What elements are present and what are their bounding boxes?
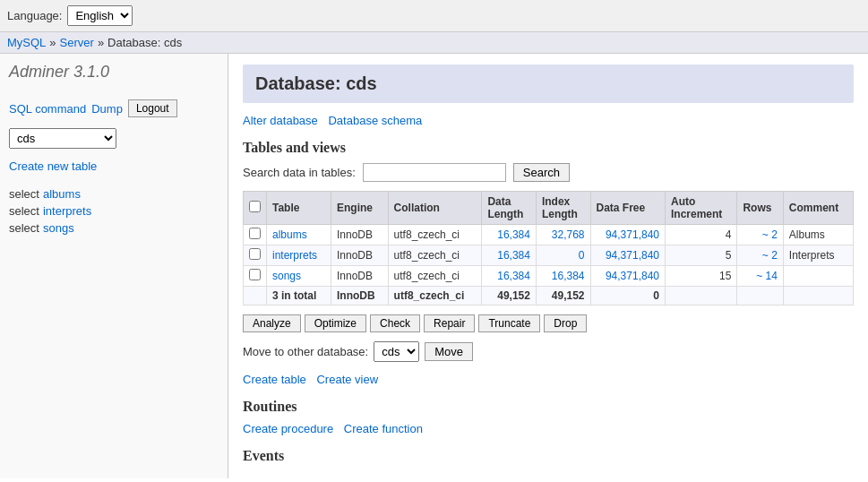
- data-free-albums-link[interactable]: 94,371,840: [606, 228, 659, 241]
- main-content: Database: cds Alter database Database sc…: [228, 54, 868, 478]
- rows-interprets: ~ 2: [737, 245, 783, 266]
- search-button[interactable]: Search: [513, 163, 570, 182]
- collation-albums: utf8_czech_ci: [388, 225, 482, 245]
- index-length-interprets-link[interactable]: 0: [579, 249, 585, 262]
- col-index-length: IndexLength: [536, 192, 590, 225]
- analyze-button[interactable]: Analyze: [243, 314, 301, 332]
- rows-albums-link[interactable]: ~ 2: [762, 228, 778, 241]
- list-item: select interprets: [9, 204, 219, 218]
- data-length-albums-link[interactable]: 16,384: [497, 228, 530, 241]
- row-checkbox-interprets: [244, 245, 267, 266]
- data-length-songs: 16,384: [482, 266, 537, 287]
- repair-button[interactable]: Repair: [424, 314, 475, 332]
- engine-interprets: InnoDB: [331, 245, 389, 266]
- breadcrumb-mysql[interactable]: MySQL: [7, 36, 46, 49]
- data-length-interprets: 16,384: [482, 245, 537, 266]
- table-list: select albums select interprets select s…: [9, 187, 219, 235]
- checkbox-songs[interactable]: [249, 269, 261, 280]
- create-new-table-link[interactable]: Create new table: [9, 159, 97, 173]
- alter-database-link[interactable]: Alter database: [243, 114, 318, 127]
- create-function-link[interactable]: Create function: [344, 422, 423, 435]
- language-label: Language:: [7, 9, 62, 22]
- data-free-interprets-link[interactable]: 94,371,840: [606, 249, 659, 262]
- data-length-songs-link[interactable]: 16,384: [497, 270, 530, 282]
- index-length-interprets: 0: [536, 245, 590, 266]
- move-bar: Move to other database: cds Move: [243, 341, 854, 362]
- language-select[interactable]: English: [67, 5, 133, 26]
- index-length-albums: 32,768: [536, 225, 590, 245]
- engine-albums: InnoDB: [331, 225, 389, 245]
- sidebar-actions: SQL command Dump Logout: [9, 99, 219, 117]
- total-data-length: 49,152: [482, 287, 537, 306]
- total-rows: [737, 287, 783, 306]
- table-row: albums InnoDB utf8_czech_ci 16,384 32,76…: [244, 225, 854, 245]
- routines-title: Routines: [243, 399, 854, 415]
- auto-inc-interprets: 5: [666, 245, 737, 266]
- row-checkbox-songs: [244, 266, 267, 287]
- drop-button[interactable]: Drop: [544, 314, 587, 332]
- table-link-interprets-main[interactable]: interprets: [272, 249, 317, 262]
- total-check: [244, 287, 267, 306]
- rows-interprets-link[interactable]: ~ 2: [762, 249, 778, 262]
- data-length-albums: 16,384: [482, 225, 537, 245]
- logout-button[interactable]: Logout: [128, 99, 177, 117]
- col-auto-increment: AutoIncrement: [666, 192, 737, 225]
- db-select[interactable]: cds: [9, 128, 116, 149]
- search-input[interactable]: [363, 163, 506, 182]
- check-button[interactable]: Check: [370, 314, 420, 332]
- data-free-songs-link[interactable]: 94,371,840: [606, 270, 659, 282]
- select-all-header: [244, 192, 267, 225]
- breadcrumb-current: Database: cds: [107, 36, 182, 49]
- search-label: Search data in tables:: [243, 166, 356, 179]
- rows-songs-link[interactable]: ~ 14: [756, 270, 778, 282]
- breadcrumb-server[interactable]: Server: [60, 36, 94, 49]
- move-db-select[interactable]: cds: [374, 341, 419, 362]
- breadcrumb-sep1: »: [49, 36, 56, 49]
- create-links: Create table Create view: [243, 373, 854, 386]
- row-checkbox-albums: [244, 225, 267, 245]
- total-row: 3 in total InnoDB utf8_czech_ci 49,152 4…: [244, 287, 854, 306]
- table-link-songs[interactable]: songs: [43, 221, 74, 235]
- create-table-link[interactable]: Create table: [243, 373, 306, 386]
- table-action-buttons: Analyze Optimize Check Repair Truncate D…: [243, 314, 854, 332]
- checkbox-interprets[interactable]: [249, 248, 261, 260]
- collation-songs: utf8_czech_ci: [388, 266, 482, 287]
- dump-link[interactable]: Dump: [91, 102, 123, 116]
- index-length-albums-link[interactable]: 32,768: [552, 228, 585, 241]
- data-length-interprets-link[interactable]: 16,384: [497, 249, 530, 262]
- page-title: Database: cds: [243, 65, 854, 103]
- index-length-songs: 16,384: [536, 266, 590, 287]
- table-link-albums[interactable]: albums: [43, 187, 81, 201]
- move-label: Move to other database:: [243, 345, 368, 358]
- tables-table: Table Engine Collation DataLength IndexL…: [243, 191, 854, 306]
- move-button[interactable]: Move: [425, 342, 473, 361]
- select-all-checkbox[interactable]: [249, 201, 261, 212]
- create-procedure-link[interactable]: Create procedure: [243, 422, 333, 435]
- col-collation: Collation: [388, 192, 482, 225]
- total-engine: InnoDB: [331, 287, 389, 306]
- search-bar: Search data in tables: Search: [243, 163, 854, 182]
- table-body: albums InnoDB utf8_czech_ci 16,384 32,76…: [244, 225, 854, 306]
- table-link-interprets[interactable]: interprets: [43, 204, 91, 218]
- app-title: Adminer 3.1.0: [9, 63, 219, 89]
- optimize-button[interactable]: Optimize: [305, 314, 366, 332]
- collation-interprets: utf8_czech_ci: [388, 245, 482, 266]
- table-link-albums-main[interactable]: albums: [272, 228, 307, 241]
- comment-songs: [783, 266, 853, 287]
- truncate-button[interactable]: Truncate: [478, 314, 540, 332]
- table-link-songs-main[interactable]: songs: [272, 270, 301, 282]
- checkbox-albums[interactable]: [249, 228, 261, 239]
- database-schema-link[interactable]: Database schema: [328, 114, 422, 127]
- index-length-songs-link[interactable]: 16,384: [552, 270, 585, 282]
- total-data-free: 0: [590, 287, 665, 306]
- top-bar: Language: English: [0, 0, 868, 32]
- list-item: select albums: [9, 187, 219, 201]
- total-auto-inc: [666, 287, 737, 306]
- data-free-albums: 94,371,840: [590, 225, 665, 245]
- sql-command-link[interactable]: SQL command: [9, 102, 86, 116]
- comment-albums: Albums: [783, 225, 853, 245]
- table-row: songs InnoDB utf8_czech_ci 16,384 16,384…: [244, 266, 854, 287]
- create-view-link[interactable]: Create view: [316, 373, 378, 386]
- table-action-0: select: [9, 187, 39, 201]
- table-row: interprets InnoDB utf8_czech_ci 16,384 0…: [244, 245, 854, 266]
